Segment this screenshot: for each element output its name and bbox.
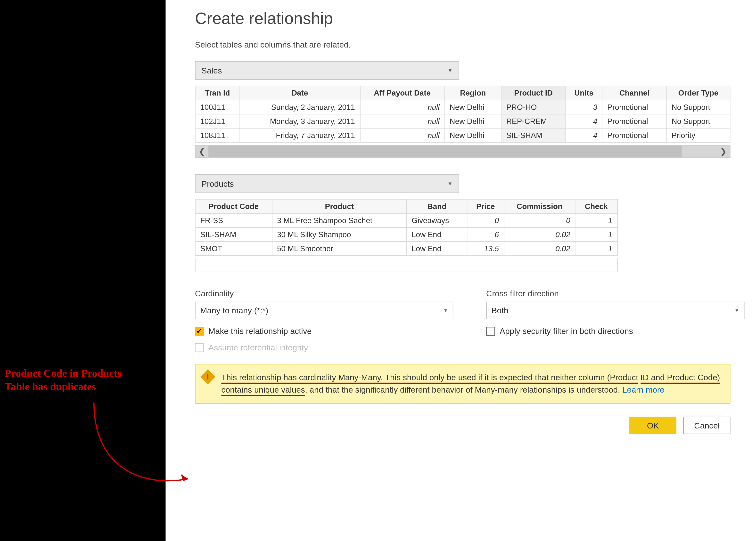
table1-h7[interactable]: Order Type [666, 86, 730, 100]
table2-h4[interactable]: Commission [504, 199, 575, 214]
referential-checkbox-label: Assume referential integrity [208, 343, 308, 352]
table1-hscrollbar[interactable]: ❮ ❯ [195, 145, 730, 158]
security-checkbox[interactable] [486, 327, 495, 335]
scroll-right-icon[interactable]: ❯ [717, 147, 730, 156]
referential-checkbox [195, 343, 204, 351]
security-checkbox-label: Apply security filter in both directions [500, 326, 633, 336]
dialog-subtitle: Select tables and columns that are relat… [195, 40, 756, 49]
annotation-bold-1: Product Code [5, 367, 67, 379]
table1-preview[interactable]: Tran Id Date Aff Payout Date Region Prod… [195, 86, 730, 143]
table-row[interactable]: SMOT 50 ML Smoother Low End 13.5 0.02 1 [195, 242, 617, 256]
table2-select-value: Products [201, 179, 234, 189]
create-relationship-dialog: ✕ Create relationship Select tables and … [165, 0, 756, 541]
table2-h5[interactable]: Check [575, 199, 617, 214]
table2-blankrow [195, 258, 617, 272]
table1-h0[interactable]: Tran Id [195, 86, 240, 100]
annotation-text: Product Code in Products Table has dupli… [5, 367, 162, 393]
warning-text-3: , and that the significantly different b… [305, 385, 622, 394]
table2-preview[interactable]: Product Code Product Band Price Commissi… [195, 199, 617, 256]
crossfilter-select[interactable]: Both ▼ [486, 302, 745, 319]
crossfilter-label: Cross filter direction [486, 289, 754, 298]
table1-h4[interactable]: Product ID [501, 86, 566, 100]
table1-h2[interactable]: Aff Payout Date [360, 86, 444, 100]
scroll-left-icon[interactable]: ❮ [196, 147, 208, 156]
warning-banner: ! This relationship has cardinality Many… [195, 364, 730, 404]
table2-select[interactable]: Products ▼ [195, 174, 459, 193]
warning-icon: ! [200, 369, 215, 384]
table2-h1[interactable]: Product [272, 199, 407, 214]
chevron-down-icon: ▼ [443, 308, 448, 313]
cancel-button[interactable]: Cancel [683, 417, 731, 434]
table-row[interactable]: 102J11 Monday, 3 January, 2011 null New … [195, 114, 730, 128]
cardinality-select[interactable]: Many to many (*:*) ▼ [195, 302, 453, 319]
table-row[interactable]: FR-SS 3 ML Free Shampoo Sachet Giveaways… [195, 214, 617, 228]
table1-h6[interactable]: Channel [602, 86, 667, 100]
warning-text-1: This relationship has cardinality Many-M… [221, 373, 638, 384]
annotation-plain-2: Table has [5, 380, 50, 392]
ok-button[interactable]: OK [629, 417, 676, 434]
crossfilter-value: Both [492, 306, 509, 315]
active-checkbox[interactable]: ✔ [195, 327, 204, 335]
annotation-plain-1: in Products [67, 367, 121, 379]
table1-select-value: Sales [201, 66, 222, 75]
chevron-down-icon: ▼ [447, 181, 453, 187]
table2-h2[interactable]: Band [407, 199, 467, 214]
scroll-thumb[interactable] [208, 146, 682, 157]
annotation-bold-2: duplicates [50, 380, 96, 392]
table-row[interactable]: SIL-SHAM 30 ML Silky Shampoo Low End 6 0… [195, 228, 617, 242]
dialog-title: Create relationship [195, 9, 756, 28]
learn-more-link[interactable]: Learn more [622, 385, 664, 394]
table-row[interactable]: 100J11 Sunday, 2 January, 2011 null New … [195, 100, 730, 114]
table1-h5[interactable]: Units [566, 86, 602, 100]
chevron-down-icon: ▼ [447, 67, 453, 73]
table1-h1[interactable]: Date [240, 86, 360, 100]
table1-select[interactable]: Sales ▼ [195, 61, 459, 80]
table-row[interactable]: 108J11 Friday, 7 January, 2011 null New … [195, 128, 730, 142]
table1-h3[interactable]: Region [444, 86, 501, 100]
cardinality-label: Cardinality [195, 289, 463, 298]
active-checkbox-label: Make this relationship active [208, 326, 312, 336]
table2-h3[interactable]: Price [467, 199, 504, 214]
cardinality-value: Many to many (*:*) [200, 306, 268, 315]
annotation-sidebar: Product Code in Products Table has dupli… [0, 0, 165, 541]
chevron-down-icon: ▼ [735, 308, 739, 313]
table2-h0[interactable]: Product Code [195, 199, 272, 214]
